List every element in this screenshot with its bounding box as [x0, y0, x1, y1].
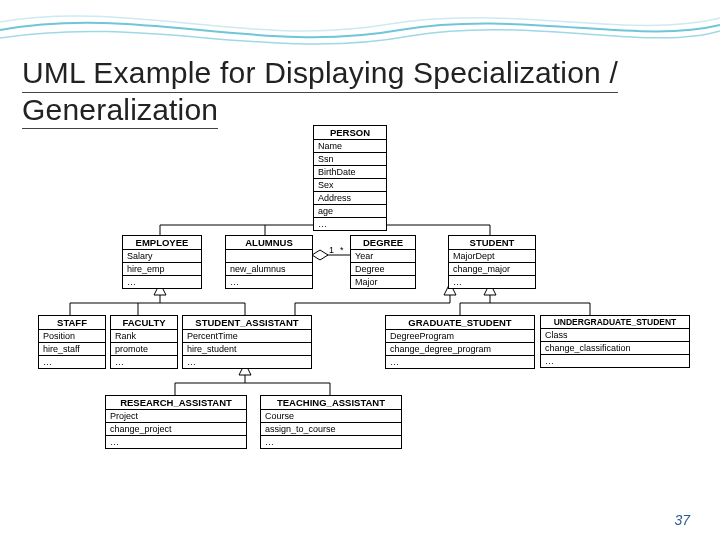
op: …	[386, 356, 534, 368]
op: hire_staff	[39, 343, 105, 356]
op: …	[183, 356, 311, 368]
class-undergraduate-student: UNDERGRADUATE_STUDENT Class change_class…	[540, 315, 690, 368]
attr: Ssn	[314, 153, 386, 166]
attr: PercentTime	[183, 330, 311, 343]
op: …	[541, 355, 689, 367]
op: change_degree_program	[386, 343, 534, 356]
op: …	[106, 436, 246, 448]
class-name: STUDENT_ASSISTANT	[183, 316, 311, 330]
class-name: ALUMNUS	[226, 236, 312, 250]
attr: Rank	[111, 330, 177, 343]
class-name: EMPLOYEE	[123, 236, 201, 250]
uml-diagram: PERSON Name Ssn BirthDate Sex Address ag…	[30, 125, 690, 505]
attr: Salary	[123, 250, 201, 263]
svg-marker-31	[312, 250, 328, 260]
mult-left: 1	[329, 245, 334, 255]
class-staff: STAFF Position hire_staff …	[38, 315, 106, 369]
attr: Sex	[314, 179, 386, 192]
attr: MajorDept	[449, 250, 535, 263]
op: …	[449, 276, 535, 288]
op: change_classification	[541, 342, 689, 355]
op: assign_to_course	[261, 423, 401, 436]
attr: BirthDate	[314, 166, 386, 179]
mult-right: *	[340, 245, 344, 255]
page-number: 37	[674, 512, 690, 528]
class-degree: DEGREE Year Degree Major	[350, 235, 416, 289]
op: …	[314, 218, 386, 230]
attr: Address	[314, 192, 386, 205]
class-student-assistant: STUDENT_ASSISTANT PercentTime hire_stude…	[182, 315, 312, 369]
class-name: GRADUATE_STUDENT	[386, 316, 534, 330]
class-name: FACULTY	[111, 316, 177, 330]
title-line-2: Generalization	[22, 93, 218, 130]
op: hire_student	[183, 343, 311, 356]
class-name: STUDENT	[449, 236, 535, 250]
class-name: PERSON	[314, 126, 386, 140]
slide: UML Example for Displaying Specializatio…	[0, 0, 720, 540]
op: age	[314, 205, 386, 218]
class-faculty: FACULTY Rank promote …	[110, 315, 178, 369]
attr: Name	[314, 140, 386, 153]
attr: Degree	[351, 263, 415, 276]
class-person: PERSON Name Ssn BirthDate Sex Address ag…	[313, 125, 387, 231]
attr: Position	[39, 330, 105, 343]
class-name: RESEARCH_ASSISTANT	[106, 396, 246, 410]
class-name: TEACHING_ASSISTANT	[261, 396, 401, 410]
slide-title: UML Example for Displaying Specializatio…	[22, 56, 618, 129]
class-name: UNDERGRADUATE_STUDENT	[541, 316, 689, 329]
class-teaching-assistant: TEACHING_ASSISTANT Course assign_to_cour…	[260, 395, 402, 449]
attr: Course	[261, 410, 401, 423]
op: new_alumnus	[226, 263, 312, 276]
attr	[226, 250, 312, 263]
op: …	[39, 356, 105, 368]
attr: Year	[351, 250, 415, 263]
op: promote	[111, 343, 177, 356]
attr: Class	[541, 329, 689, 342]
op: …	[123, 276, 201, 288]
class-name: DEGREE	[351, 236, 415, 250]
class-employee: EMPLOYEE Salary hire_emp …	[122, 235, 202, 289]
class-graduate-student: GRADUATE_STUDENT DegreeProgram change_de…	[385, 315, 535, 369]
op: …	[111, 356, 177, 368]
attr: Project	[106, 410, 246, 423]
op: hire_emp	[123, 263, 201, 276]
class-alumnus: ALUMNUS new_alumnus …	[225, 235, 313, 289]
op: …	[226, 276, 312, 288]
attr: Major	[351, 276, 415, 288]
op: change_project	[106, 423, 246, 436]
op: change_major	[449, 263, 535, 276]
class-name: STAFF	[39, 316, 105, 330]
op: …	[261, 436, 401, 448]
title-line-1: UML Example for Displaying Specializatio…	[22, 56, 618, 93]
class-student: STUDENT MajorDept change_major …	[448, 235, 536, 289]
attr: DegreeProgram	[386, 330, 534, 343]
class-research-assistant: RESEARCH_ASSISTANT Project change_projec…	[105, 395, 247, 449]
